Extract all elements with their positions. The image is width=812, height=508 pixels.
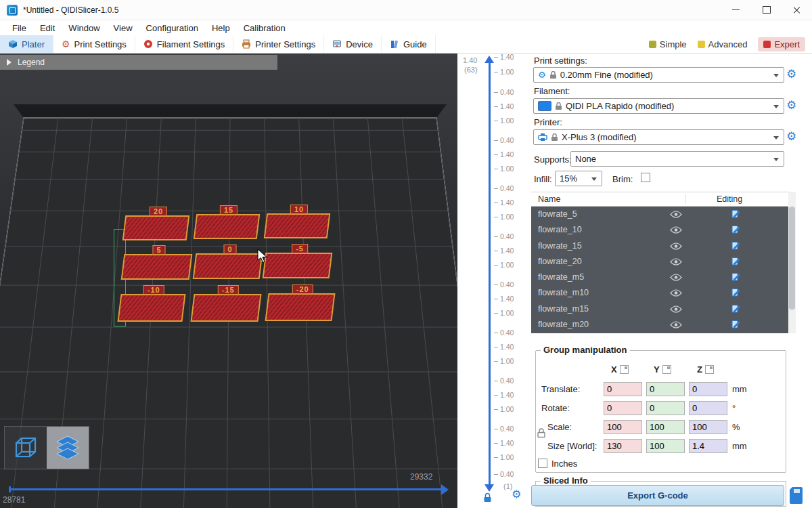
export-gcode-button[interactable]: Export G-code (531, 485, 784, 506)
edit-object-button[interactable] (731, 320, 740, 331)
slider-settings-gear-icon[interactable]: ⚙ (512, 489, 521, 500)
edit-object-button[interactable] (731, 257, 740, 268)
print-settings-value: 0.20mm Fine (modified) (560, 70, 653, 80)
menu-calibration[interactable]: Calibration (237, 23, 292, 33)
print-object[interactable]: -5 (263, 253, 333, 278)
menu-configuration[interactable]: Configuration (139, 23, 205, 33)
layers-preview-button[interactable] (47, 427, 89, 469)
mode-simple[interactable]: Simple (649, 39, 687, 49)
translate-y-input[interactable] (646, 382, 685, 396)
menu-file[interactable]: File (5, 23, 33, 33)
edit-object-button[interactable] (731, 241, 740, 252)
filament-combo[interactable]: QIDI PLA Rapido (modified) (533, 98, 784, 114)
printer-gear-button[interactable]: ⚙ (786, 131, 796, 142)
menu-window[interactable]: Window (62, 23, 106, 33)
scale-x-input[interactable] (604, 420, 642, 434)
object-list-scrollbar[interactable] (788, 192, 796, 333)
visibility-toggle[interactable] (670, 226, 682, 236)
tab-plater[interactable]: Plater (0, 35, 53, 53)
visibility-toggle[interactable] (670, 321, 682, 331)
translate-z-input[interactable] (689, 382, 727, 396)
menu-help[interactable]: Help (205, 23, 237, 33)
printer-combo[interactable]: X-Plus 3 (modified) (533, 129, 784, 145)
rotate-x-input[interactable] (604, 401, 642, 415)
maximize-button[interactable] (751, 0, 782, 20)
edit-object-button[interactable] (731, 225, 740, 236)
brim-checkbox[interactable] (641, 173, 650, 182)
list-item[interactable]: flowrate_15 (531, 238, 788, 254)
object-name: flowrate_10 (538, 225, 582, 234)
visibility-toggle[interactable] (670, 305, 682, 315)
print-object[interactable]: -10 (117, 294, 185, 322)
mode-expert[interactable]: Expert (758, 37, 805, 51)
menu-view[interactable]: View (107, 23, 139, 33)
edit-object-button[interactable] (731, 272, 740, 283)
print-object[interactable]: 15 (194, 214, 261, 239)
size-x-input[interactable] (604, 439, 642, 453)
size-z-input[interactable] (689, 439, 727, 453)
legend-label: Legend (18, 58, 45, 67)
legend-bar[interactable]: Legend (0, 55, 277, 70)
layer-tick: 0.40 (494, 425, 514, 433)
list-item[interactable]: flowrate_m15 (531, 301, 788, 317)
axis-y-icon[interactable] (662, 365, 671, 374)
lock-icon[interactable] (483, 492, 492, 503)
layer-slider-bottom-handle[interactable] (484, 484, 494, 492)
visibility-toggle[interactable] (670, 242, 682, 252)
supports-combo[interactable]: None (570, 151, 784, 167)
visibility-toggle[interactable] (670, 289, 682, 299)
layer-slider-top-handle[interactable] (484, 56, 494, 63)
edit-object-button[interactable] (731, 288, 740, 299)
axis-z-icon[interactable] (705, 365, 714, 374)
rotate-y-input[interactable] (646, 401, 685, 415)
rotate-z-input[interactable] (689, 401, 727, 415)
print-object[interactable]: 5 (121, 254, 193, 280)
print-object[interactable]: 0 (193, 253, 263, 279)
edit-object-button[interactable] (731, 304, 740, 315)
axis-x-icon[interactable] (620, 365, 629, 374)
print-settings-gear-button[interactable]: ⚙ (786, 68, 796, 80)
tab-guide[interactable]: Guide (382, 35, 436, 53)
menu-edit[interactable]: Edit (33, 23, 62, 33)
close-button[interactable] (782, 0, 812, 20)
filament-label: Filament: (534, 86, 570, 96)
infill-label: Infill: (534, 174, 552, 184)
tab-print-settings[interactable]: ⚙ Print Settings (53, 35, 135, 53)
export-removable-drive-icon[interactable] (790, 486, 805, 505)
print-settings-combo[interactable]: ⚙ 0.20mm Fine (modified) (533, 67, 784, 83)
3d-view-button[interactable] (5, 427, 47, 469)
scale-y-input[interactable] (646, 420, 685, 434)
list-item[interactable]: flowrate_m5 (531, 270, 788, 285)
list-item[interactable]: flowrate_10 (531, 222, 788, 238)
list-item[interactable]: flowrate_m10 (531, 285, 788, 301)
translate-x-input[interactable] (604, 382, 642, 396)
inches-checkbox[interactable] (538, 459, 547, 468)
visibility-toggle[interactable] (670, 274, 682, 283)
infill-combo[interactable]: 15% (555, 171, 602, 186)
visibility-toggle[interactable] (670, 258, 682, 268)
horizontal-slider[interactable] (9, 488, 443, 490)
tab-printer-settings[interactable]: Printer Settings (233, 35, 324, 53)
list-item[interactable]: flowrate_20 (531, 254, 788, 270)
uniform-scale-lock-icon[interactable] (537, 428, 545, 438)
layer-slider-track[interactable] (489, 63, 491, 484)
edit-object-button[interactable] (731, 209, 740, 220)
tab-filament-settings[interactable]: Filament Settings (135, 35, 233, 53)
scale-z-input[interactable] (689, 420, 727, 434)
list-item[interactable]: flowrate_m20 (531, 317, 788, 333)
minimize-button[interactable] (721, 0, 751, 20)
print-object[interactable]: -15 (190, 294, 261, 322)
3d-viewport[interactable]: Legend 20 15 10 5 0 -5 -10 -15 -20 (0, 54, 457, 508)
mode-advanced[interactable]: Advanced (698, 39, 748, 49)
filament-gear-button[interactable]: ⚙ (786, 100, 796, 111)
size-y-input[interactable] (646, 439, 685, 453)
print-object[interactable]: -20 (265, 293, 335, 321)
edit-icon (731, 320, 740, 329)
hslider-arrow-icon[interactable] (441, 484, 449, 495)
print-object[interactable]: 20 (122, 215, 190, 240)
visibility-toggle[interactable] (670, 211, 682, 220)
list-item[interactable]: flowrate_5 (531, 207, 788, 222)
print-object[interactable]: 10 (264, 213, 331, 238)
tab-device[interactable]: Device (324, 35, 382, 53)
scrollbar-thumb[interactable] (789, 207, 795, 310)
